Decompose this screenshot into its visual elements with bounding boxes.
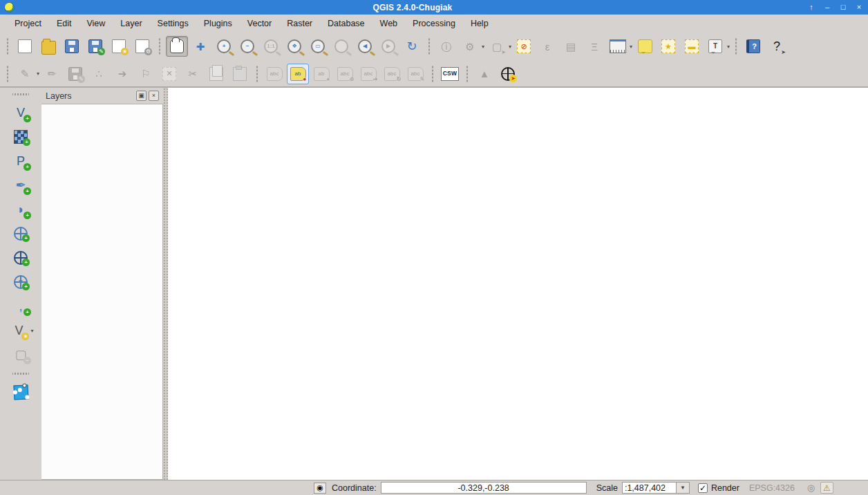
add-wms-layer-button[interactable]: + [10, 223, 32, 244]
move-label-button: abc➔ [357, 64, 379, 84]
composer-manager-badge: ⚙ [144, 48, 152, 55]
layers-panel-close-button[interactable]: × [149, 91, 159, 101]
zoom-last-button[interactable]: ◀ [354, 36, 376, 57]
osm-download-plugin-button[interactable]: ➤ [497, 64, 519, 84]
panel-splitter[interactable] [163, 88, 168, 480]
menu-layer[interactable]: Layer [113, 16, 149, 31]
render-toggle[interactable]: ✓ Render [698, 483, 739, 493]
open-project-button[interactable] [37, 36, 59, 57]
text-annotation-dropdown[interactable]: ▾ [727, 44, 730, 50]
show-bookmarks-button[interactable]: ▬ [681, 36, 703, 57]
menu-help[interactable]: Help [463, 16, 496, 31]
metasearch-csw-button[interactable]: CSW [439, 64, 461, 84]
crs-status-icon[interactable]: ◎ [804, 482, 818, 494]
menu-project[interactable]: Project [7, 16, 49, 31]
coordinate-input[interactable] [381, 482, 587, 494]
shade-window-button[interactable]: ↑ [806, 2, 816, 12]
new-bookmark-button[interactable]: ★ [657, 36, 679, 57]
measure-line-dropdown[interactable]: ▾ [630, 44, 632, 50]
add-feature-button: ∴ [88, 64, 110, 84]
plugin-toolbar-handle[interactable] [12, 371, 29, 375]
remove-layer-button: ▢− [10, 344, 32, 365]
plugins-toolbar-handle[interactable] [465, 66, 469, 82]
add-postgis-layer-button[interactable]: P+ [10, 151, 32, 171]
close-window-button[interactable]: × [854, 2, 864, 12]
current-edits-icon: ✎ [18, 67, 32, 81]
text-annotation-button[interactable]: T [704, 36, 726, 57]
show-hide-labels-icon: abc⊙ [337, 67, 353, 81]
add-wcs-layer-button[interactable]: + [10, 248, 32, 268]
digitizing-toolbar-handle[interactable] [6, 66, 10, 82]
help-contents-button[interactable]: ? [742, 36, 764, 57]
zoom-in-icon: + [217, 39, 231, 53]
scale-input[interactable] [622, 482, 676, 494]
pan-map-button[interactable] [166, 36, 188, 57]
save-project-button[interactable] [61, 36, 83, 57]
help-toolbar-handle[interactable] [734, 38, 738, 55]
remove-layer-badge: − [23, 357, 31, 364]
whats-this-button[interactable]: ?➤ [766, 36, 788, 57]
deselect-features-button[interactable]: ⊘ [513, 36, 535, 57]
refresh-map-button[interactable]: ↻ [401, 36, 423, 57]
pan-to-selection-icon: ✚ [194, 39, 207, 53]
add-delimited-text-layer-button[interactable]: ,+ [10, 296, 32, 317]
move-label-badge: ➔ [372, 75, 379, 83]
menu-vector[interactable]: Vector [240, 16, 279, 31]
menu-view[interactable]: View [79, 16, 113, 31]
new-shapefile-layer-button[interactable]: V★ [8, 320, 30, 341]
run-feature-action-icon: ⚙ [463, 39, 477, 53]
map-canvas[interactable] [168, 88, 868, 480]
layers-panel-float-button[interactable]: ▣ [136, 91, 147, 101]
measure-line-button[interactable] [607, 36, 629, 57]
new-print-composer-button[interactable]: ★ [108, 36, 130, 57]
add-raster-layer-button[interactable]: + [10, 127, 32, 147]
messages-warning-icon[interactable]: ⚠ [820, 482, 833, 494]
layers-toolbar-handle[interactable] [12, 92, 29, 96]
menu-raster[interactable]: Raster [279, 16, 320, 31]
paste-features-icon [233, 67, 247, 81]
menu-database[interactable]: Database [320, 16, 372, 31]
add-vector-layer-button[interactable]: V+ [10, 102, 32, 123]
highlight-pinned-labels-button[interactable]: ab● [287, 64, 309, 84]
menu-plugins[interactable]: Plugins [196, 16, 240, 31]
select-features-dropdown[interactable]: ▾ [509, 44, 511, 50]
run-feature-action-dropdown[interactable]: ▾ [482, 44, 484, 50]
open-attribute-table-icon: ▤ [564, 39, 578, 53]
add-spatialite-layer-button[interactable]: ✒+ [10, 175, 32, 196]
render-checkbox[interactable]: ✓ [698, 483, 708, 493]
zoom-to-selection-button[interactable]: ▭ [307, 36, 329, 57]
new-project-button[interactable] [14, 36, 36, 57]
mouse-position-toggle-icon[interactable]: ◉ [314, 483, 326, 494]
scale-dropdown-icon[interactable]: ▼ [676, 482, 690, 494]
menu-processing[interactable]: Processing [405, 16, 463, 31]
nav-toolbar-handle[interactable] [158, 38, 162, 55]
rotate-label-button: abc↻ [381, 64, 403, 84]
layers-tree[interactable] [41, 104, 163, 480]
metasearch-toolbar-handle[interactable] [431, 66, 435, 82]
minimize-window-button[interactable]: – [822, 2, 832, 12]
add-wfs-layer-button[interactable]: V+ [10, 272, 32, 292]
add-vector-layer-icon: V+ [14, 106, 28, 120]
current-edits-dropdown[interactable]: ▾ [37, 71, 39, 77]
label-toolbar-handle[interactable] [255, 66, 259, 82]
add-vector-layer-badge: + [23, 115, 31, 122]
pan-to-selection-button[interactable]: ✚ [189, 36, 211, 57]
attributes-toolbar-handle[interactable] [427, 38, 431, 55]
pin-unpin-labels-icon: ab● [314, 67, 330, 81]
composer-manager-button[interactable]: ⚙ [131, 36, 153, 57]
new-shapefile-layer-dropdown[interactable]: ▾ [30, 328, 33, 334]
zoom-in-button[interactable]: + [213, 36, 235, 57]
menu-edit[interactable]: Edit [49, 16, 79, 31]
pan-map-icon [170, 39, 184, 53]
spatial-query-button[interactable] [10, 382, 32, 402]
menu-web[interactable]: Web [372, 16, 405, 31]
save-project-as-button[interactable]: ✎ [84, 36, 106, 57]
zoom-full-button[interactable]: ❖ [283, 36, 305, 57]
menu-settings[interactable]: Settings [150, 16, 196, 31]
maximize-window-button[interactable]: □ [838, 2, 848, 12]
file-toolbar-handle[interactable] [6, 38, 10, 55]
measure-line-icon [610, 39, 626, 53]
zoom-out-button[interactable]: − [236, 36, 258, 57]
map-tips-button[interactable] [634, 36, 656, 57]
add-mssql-layer-button[interactable]: ◗+ [10, 199, 32, 220]
